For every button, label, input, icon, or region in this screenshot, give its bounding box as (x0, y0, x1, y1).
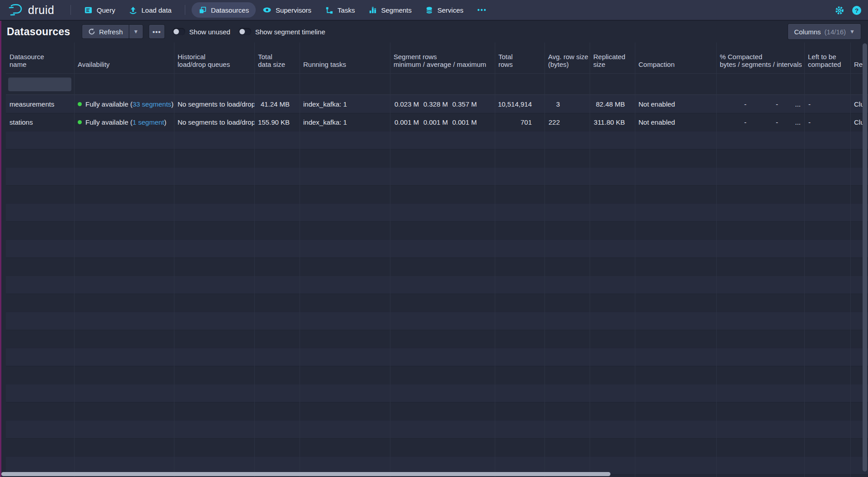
nav-item-label: Query (97, 6, 115, 14)
show-unused-toggle-wrap: Show unused (173, 28, 230, 36)
segments-icon (368, 6, 377, 14)
col-header-total-data-size[interactable]: Totaldata size (254, 42, 300, 73)
empty-table-row (6, 456, 868, 474)
horizontal-scrollbar[interactable] (1, 472, 610, 476)
refresh-dropdown-button[interactable]: ▼ (129, 25, 143, 38)
empty-table-row (6, 312, 868, 330)
toggle-knob (174, 29, 179, 34)
vertical-scrollbar[interactable] (863, 43, 867, 472)
datasource-name-cell: stations (6, 113, 74, 131)
supervisors-icon (263, 5, 272, 14)
availability-cell: Fully available (1 segment) (74, 113, 174, 131)
col-header-historical-queues[interactable]: Historicalload/drop queues (174, 42, 254, 73)
empty-table-row (6, 221, 868, 239)
show-unused-toggle[interactable] (173, 28, 185, 35)
nav-item-query[interactable]: Query (77, 2, 122, 18)
availability-cell: Fully available (33 segments) (74, 95, 174, 113)
col-header-total-rows[interactable]: Totalrows (495, 42, 544, 73)
segment-rows-cell: 0.001 M0.001 M0.001 M (390, 113, 495, 131)
columns-count: (14/16) (825, 28, 846, 36)
compaction-cell: Not enabled (635, 113, 716, 131)
table-header-row: Datasourcename Availability Historicallo… (6, 42, 868, 73)
druid-logo[interactable]: druid (8, 3, 54, 17)
table-body: measurements Fully available (33 segment… (6, 95, 868, 477)
empty-table-row (6, 203, 868, 221)
col-header-segment-rows[interactable]: Segment rowsminimum / average / maximum (390, 42, 495, 73)
load-data-icon (129, 6, 137, 14)
nav-item-datasources[interactable]: Datasources (192, 2, 256, 18)
show-segment-timeline-label: Show segment timeline (255, 28, 325, 36)
total-data-size-cell: 155.90 KB (254, 113, 300, 131)
chevron-down-icon: ▼ (849, 29, 855, 34)
toggle-knob (239, 29, 245, 34)
chevron-down-icon: ▼ (133, 29, 139, 34)
col-header-datasource-name[interactable]: Datasourcename (6, 42, 74, 73)
running-tasks-cell: index_kafka: 1 (300, 113, 390, 131)
compaction-cell: Not enabled (635, 95, 716, 113)
avg-row-size-cell: 3 (544, 95, 590, 113)
refresh-button-group: Refresh ▼ (82, 25, 143, 38)
segments-link[interactable]: 33 segments (132, 100, 171, 108)
top-nav: druid Query Load data Datasources (0, 0, 868, 21)
col-header-avg-row-size[interactable]: Avg. row size(bytes) (544, 42, 590, 73)
nav-divider (185, 5, 185, 15)
druid-logo-icon (8, 3, 24, 17)
empty-table-row (6, 384, 868, 402)
empty-table-row (6, 131, 868, 149)
empty-table-row (6, 366, 868, 384)
datasource-name-cell: measurements (6, 95, 74, 113)
empty-table-row (6, 276, 868, 294)
page-header: Datasources Refresh ▼ ••• Show unused Sh… (0, 21, 868, 42)
nav-divider (70, 5, 71, 15)
nav-item-load-data[interactable]: Load data (122, 2, 178, 18)
load-drop-queues-cell: No segments to load/drop (174, 113, 254, 131)
nav-item-label: Services (437, 6, 464, 14)
col-header-pct-compacted[interactable]: % Compactedbytes / segments / intervals (716, 42, 804, 73)
pct-compacted-cell: --... (716, 95, 804, 113)
empty-table-row (6, 185, 868, 203)
empty-table-row (6, 330, 868, 348)
running-tasks-cell: index_kafka: 1 (300, 95, 390, 113)
total-data-size-cell: 41.24 MB (254, 95, 300, 113)
nav-item-tasks[interactable]: Tasks (318, 2, 361, 18)
nav-item-label: Segments (381, 6, 412, 14)
svg-text:?: ? (855, 7, 859, 14)
nav-item-services[interactable]: Services (418, 2, 470, 18)
available-dot-icon (78, 120, 82, 124)
brand-name: druid (28, 4, 54, 17)
empty-table-row (6, 149, 868, 167)
empty-table-row (6, 402, 868, 420)
nav-more-button[interactable] (470, 2, 493, 18)
datasource-name-filter-input[interactable] (8, 77, 71, 91)
gear-icon[interactable] (835, 5, 845, 15)
left-to-compact-cell: - (804, 113, 850, 131)
table-row-measurements[interactable]: measurements Fully available (33 segment… (6, 95, 868, 113)
query-icon (84, 6, 93, 14)
avg-row-size-cell: 222 (544, 113, 590, 131)
refresh-label: Refresh (99, 28, 123, 36)
replicated-size-cell: 311.80 KB (590, 113, 635, 131)
pct-compacted-cell: --... (716, 113, 804, 131)
help-icon[interactable]: ? (852, 5, 862, 15)
nav-item-label: Load data (141, 6, 172, 14)
segments-link[interactable]: 1 segment (132, 118, 164, 126)
load-drop-queues-cell: No segments to load/drop (174, 95, 254, 113)
columns-button[interactable]: Columns (14/16) ▼ (788, 24, 861, 39)
col-header-left-to-compact[interactable]: Left to becompacted (804, 42, 850, 73)
segment-rows-cell: 0.023 M0.328 M0.357 M (390, 95, 495, 113)
col-header-availability[interactable]: Availability (74, 42, 174, 73)
empty-table-row (6, 348, 868, 366)
show-unused-label: Show unused (189, 28, 230, 36)
more-actions-button[interactable]: ••• (149, 25, 164, 38)
table-filter-row (6, 73, 868, 95)
window-edge-strip (0, 21, 1, 477)
col-header-compaction[interactable]: Compaction (635, 42, 716, 73)
nav-item-segments[interactable]: Segments (361, 2, 418, 18)
nav-item-supervisors[interactable]: Supervisors (256, 2, 318, 18)
show-segment-timeline-toggle[interactable] (239, 28, 251, 35)
col-header-replicated-size[interactable]: Replicatedsize (590, 42, 635, 73)
datasources-icon (198, 6, 207, 14)
col-header-running-tasks[interactable]: Running tasks (300, 42, 390, 73)
refresh-button[interactable]: Refresh (82, 25, 129, 38)
table-row-stations[interactable]: stations Fully available (1 segment) No … (6, 113, 868, 131)
